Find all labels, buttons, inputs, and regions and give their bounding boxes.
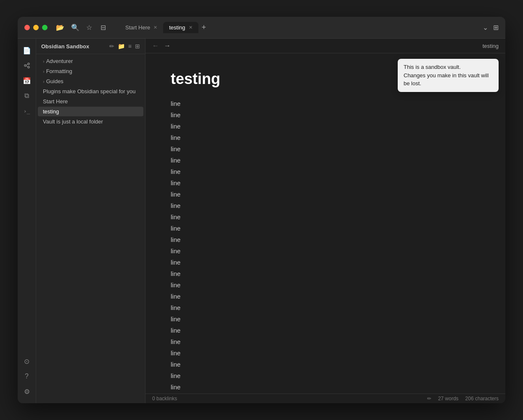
editor-toolbar: ← → testing — [145, 39, 505, 53]
document-line: line — [171, 121, 480, 132]
tree-item-label: testing — [43, 108, 59, 115]
editor-statusbar: 0 backlinks ✏ 27 words 206 characters — [145, 394, 505, 403]
document-line: line — [171, 177, 480, 189]
tabs-area: Start Here ✕ testing ✕ + — [119, 22, 209, 33]
sort-icon[interactable]: ≡ — [128, 43, 132, 50]
document-line: line — [171, 155, 480, 166]
tree-item-label: Formatting — [46, 68, 72, 74]
graph-icon[interactable] — [20, 59, 34, 72]
title-bar: 📂 🔍 ☆ ⊟ Start Here ✕ testing ✕ + ⌄ ⊞ — [18, 17, 505, 39]
file-tree: Obsidian Sandbox ✏ 📁 ≡ ⊞ › Adventurer › … — [36, 39, 145, 403]
vault-name: Obsidian Sandbox — [41, 43, 106, 50]
breadcrumb-title: testing — [483, 43, 499, 49]
tab-testing[interactable]: testing ✕ — [163, 22, 198, 33]
split-view-icon[interactable]: ⊞ — [493, 24, 499, 32]
document-line: line — [171, 302, 480, 313]
calendar-icon[interactable]: 📅 — [20, 74, 34, 87]
document-line: line — [171, 132, 480, 143]
sandbox-tooltip-line1: This is a sandbox vault. — [404, 63, 493, 71]
chevron-right-icon: › — [43, 79, 45, 84]
settings-icon[interactable]: ⚙ — [20, 385, 34, 398]
collapse-icon[interactable]: ⊞ — [135, 43, 140, 50]
document-line: line — [171, 234, 480, 245]
tab-label: testing — [169, 24, 185, 31]
document-line: line — [171, 189, 480, 200]
traffic-lights — [24, 25, 48, 30]
tab-close-icon[interactable]: ✕ — [189, 25, 193, 30]
document-line: line — [171, 245, 480, 257]
document-line: line — [171, 370, 480, 381]
snapshot-icon[interactable]: ⊙ — [20, 354, 34, 368]
app-window: 📂 🔍 ☆ ⊟ Start Here ✕ testing ✕ + ⌄ ⊞ 📄 — [18, 17, 505, 403]
edit-icon[interactable]: ✏ — [427, 396, 431, 402]
tree-item-label: Plugins make Obsidian special for you — [43, 88, 135, 94]
tab-close-icon[interactable]: ✕ — [153, 25, 157, 30]
nav-back-button[interactable]: ← — [152, 42, 159, 50]
document-line: line — [171, 268, 480, 279]
open-folder-icon[interactable]: 📂 — [56, 24, 64, 32]
tab-start-here[interactable]: Start Here ✕ — [119, 22, 163, 33]
file-tree-actions: ✏ 📁 ≡ ⊞ — [109, 43, 140, 50]
document-line: line — [171, 166, 480, 177]
tree-item-start-here[interactable]: Start Here — [38, 97, 143, 106]
sidebar-icons: 📄 📅 ⧉ ›_ ⊙ ? ⚙ — [18, 39, 36, 403]
document-line: line — [171, 313, 480, 325]
tab-label: Start Here — [125, 24, 150, 31]
terminal-icon[interactable]: ›_ — [20, 104, 34, 118]
svg-point-2 — [28, 66, 29, 68]
sandbox-tooltip-line2: Changes you make in this vault will be l… — [404, 71, 493, 88]
document-lines: linelinelinelinelinelinelinelinelineline… — [171, 98, 480, 394]
document-line: line — [171, 291, 480, 302]
char-count: 206 characters — [465, 396, 499, 402]
backlinks-count[interactable]: 0 backlinks — [152, 396, 177, 402]
bookmark-icon[interactable]: ☆ — [86, 24, 92, 32]
editor-content[interactable]: testing linelinelinelinelinelinelineline… — [145, 53, 505, 394]
tree-item-label: Guides — [46, 78, 63, 84]
nav-forward-button[interactable]: → — [164, 42, 171, 50]
document-line: line — [171, 143, 480, 155]
svg-point-0 — [24, 65, 26, 66]
document-line: line — [171, 257, 480, 268]
new-folder-icon[interactable]: 📁 — [118, 43, 125, 50]
files-icon[interactable]: 📄 — [20, 44, 34, 57]
tree-item-formatting[interactable]: › Formatting — [38, 66, 143, 76]
word-count: 27 words — [438, 396, 459, 402]
tree-item-testing[interactable]: testing — [38, 107, 143, 116]
new-note-icon[interactable]: ✏ — [109, 43, 114, 50]
sandbox-tooltip: This is a sandbox vault. Changes you mak… — [398, 59, 499, 92]
document-line: line — [171, 200, 480, 211]
search-icon[interactable]: 🔍 — [71, 24, 79, 32]
svg-point-1 — [28, 63, 29, 65]
document-line: line — [171, 98, 480, 109]
tree-item-vault-folder[interactable]: Vault is just a local folder — [38, 117, 143, 126]
pages-icon[interactable]: ⧉ — [20, 89, 34, 102]
fullscreen-button[interactable] — [42, 25, 48, 30]
main-area: 📄 📅 ⧉ ›_ ⊙ ? ⚙ Obsidian Sandbox — [18, 39, 505, 403]
dropdown-icon[interactable]: ⌄ — [483, 24, 488, 32]
document-line: line — [171, 336, 480, 347]
document-line: line — [171, 109, 480, 121]
tab-add-button[interactable]: + — [198, 23, 210, 32]
document-line: line — [171, 381, 480, 393]
chevron-right-icon: › — [43, 59, 45, 64]
tree-item-label: Vault is just a local folder — [43, 118, 103, 125]
file-tree-content: › Adventurer › Formatting › Guides Plugi… — [36, 54, 145, 403]
document-line: line — [171, 359, 480, 370]
help-icon[interactable]: ? — [20, 370, 34, 383]
svg-line-3 — [26, 64, 28, 65]
document-line: line — [171, 211, 480, 223]
tree-item-guides[interactable]: › Guides — [38, 76, 143, 86]
chevron-right-icon: › — [43, 69, 45, 74]
tree-item-label: Start Here — [43, 98, 68, 105]
title-bar-right: ⌄ ⊞ — [483, 24, 499, 32]
editor-area: ← → testing This is a sandbox vault. Cha… — [145, 39, 505, 403]
close-button[interactable] — [24, 25, 30, 30]
document-line: line — [171, 223, 480, 234]
tree-item-adventurer[interactable]: › Adventurer — [38, 56, 143, 66]
minimize-button[interactable] — [33, 25, 39, 30]
tree-item-plugins[interactable]: Plugins make Obsidian special for you — [38, 87, 143, 96]
file-tree-header: Obsidian Sandbox ✏ 📁 ≡ ⊞ — [36, 39, 145, 54]
document-line: line — [171, 347, 480, 359]
document-line: line — [171, 279, 480, 291]
sidebar-toggle-icon[interactable]: ⊟ — [100, 24, 106, 32]
